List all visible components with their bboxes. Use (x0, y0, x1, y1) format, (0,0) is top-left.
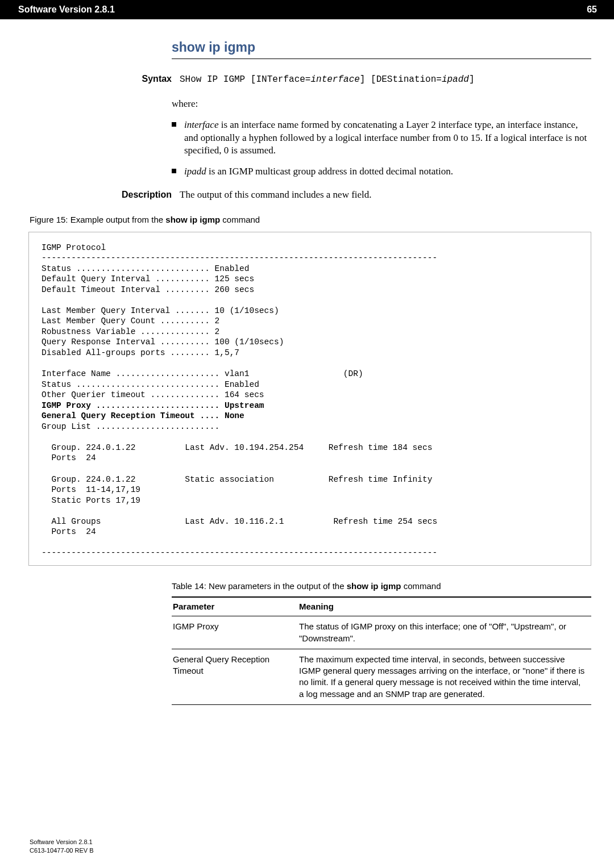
bullet-var: interface (184, 119, 218, 130)
syntax-text: ] (469, 74, 475, 85)
syntax-bullet-list: interface is an interface name formed by… (172, 119, 591, 179)
term-line: Interface Name ..................... vla… (42, 369, 363, 378)
heading-rule (172, 59, 591, 59)
header-page-number: 65 (587, 3, 597, 16)
syntax-row: Syntax SHow IP IGMP [INTerface=interface… (128, 73, 591, 86)
parameters-table: Parameter Meaning IGMP Proxy The status … (172, 596, 591, 705)
term-line: Group List ......................... (42, 422, 219, 431)
term-line: Static Ports 17,19 (42, 496, 140, 505)
table-row: General Query Reception Timeout The maxi… (172, 649, 591, 704)
page-footer: Software Version 2.8.1 C613-10477-00 REV… (30, 838, 94, 854)
where-label: where: (172, 98, 591, 111)
term-line: IGMP Protocol (42, 243, 106, 252)
caption-text: command (220, 215, 260, 224)
term-line: Default Timeout Interval ......... 260 s… (42, 285, 254, 294)
bullet-var: ipadd (184, 166, 206, 177)
term-line: Robustness Variable .............. 2 (42, 327, 219, 336)
page-header: Software Version 2.8.1 65 (0, 0, 614, 19)
term-line: Other Querier timeout .............. 164… (42, 390, 264, 399)
term-line: Query Response Interval .......... 100 (… (42, 337, 284, 347)
term-line: Status ........................... Enabl… (42, 264, 249, 273)
term-line: Last Member Query Count .......... 2 (42, 316, 219, 326)
term-line: All Groups Last Adv. 10.116.2.1 Refresh … (42, 517, 437, 526)
td-parameter: General Query Reception Timeout (172, 649, 298, 704)
th-meaning: Meaning (298, 597, 591, 616)
term-line: Default Query Interval ........... 125 s… (42, 274, 254, 283)
caption-bold: show ip igmp (347, 581, 401, 591)
syntax-label: Syntax (128, 73, 172, 85)
description-row: Description The output of this command i… (103, 189, 591, 202)
syntax-text: ] [DEStination= (360, 74, 442, 85)
content-body: show ip igmp Syntax SHow IP IGMP [INTerf… (0, 19, 614, 202)
list-item: ipadd is an IGMP multicast group address… (184, 165, 591, 178)
td-parameter: IGMP Proxy (172, 616, 298, 649)
terminal-output-box: IGMP Protocol --------------------------… (28, 232, 591, 566)
figure-caption: Figure 15: Example output from the show … (30, 214, 614, 226)
table-header-row: Parameter Meaning (172, 597, 591, 616)
term-line-bold: General Query Reception Timeout .... Non… (42, 411, 244, 420)
term-line: Group. 224.0.1.22 Static association Ref… (42, 475, 432, 484)
term-line: Ports 24 (42, 527, 96, 536)
footer-line2: C613-10477-00 REV B (30, 846, 94, 854)
list-item: interface is an interface name formed by… (184, 119, 591, 158)
header-title: Software Version 2.8.1 (18, 3, 115, 16)
syntax-var-ipadd: ipadd (442, 74, 469, 85)
term-line: ----------------------------------------… (42, 253, 437, 262)
bullet-text: is an IGMP multicast group address in do… (206, 166, 453, 177)
td-meaning: The status of IGMP proxy on this interfa… (298, 616, 591, 649)
caption-text: command (401, 581, 441, 591)
term-line: Disabled All-groups ports ........ 1,5,7 (42, 348, 239, 357)
caption-text: Figure 15: Example output from the (30, 215, 165, 224)
footer-line1: Software Version 2.8.1 (30, 838, 94, 846)
syntax-command: SHow IP IGMP [INTerface=interface] [DESt… (180, 74, 475, 86)
table-section: Table 14: New parameters in the output o… (0, 581, 614, 705)
term-line: Last Member Query Interval ....... 10 (1… (42, 306, 279, 315)
term-line: ----------------------------------------… (42, 548, 437, 557)
term-line: Ports 11-14,17,19 (42, 485, 140, 494)
description-label: Description (103, 189, 172, 201)
term-line: Ports 24 (42, 453, 96, 462)
syntax-var-interface: interface (310, 74, 359, 85)
term-line-bold: IGMP Proxy ......................... Ups… (42, 401, 264, 410)
td-meaning: The maximum expected time interval, in s… (298, 649, 591, 704)
table-caption: Table 14: New parameters in the output o… (172, 581, 591, 592)
bullet-text: is an interface name formed by concatena… (184, 119, 587, 156)
term-line: Group. 224.0.1.22 Last Adv. 10.194.254.2… (42, 443, 432, 452)
section-heading: show ip igmp (172, 39, 591, 56)
term-line: Status ............................. Ena… (42, 380, 259, 389)
th-parameter: Parameter (172, 597, 298, 616)
caption-text: Table 14: New parameters in the output o… (172, 581, 347, 591)
description-text: The output of this command includes a ne… (180, 189, 372, 202)
syntax-text: SHow IP IGMP [INTerface= (180, 74, 310, 85)
table-row: IGMP Proxy The status of IGMP proxy on t… (172, 616, 591, 649)
caption-bold: show ip igmp (165, 215, 220, 224)
